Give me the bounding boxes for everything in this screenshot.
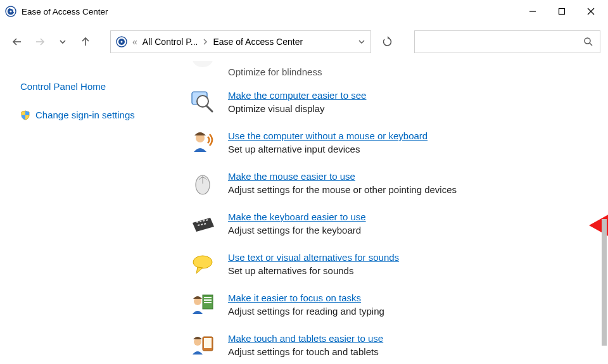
search-input[interactable] <box>421 36 583 47</box>
nav-change-sign-in-settings[interactable]: Change sign-in settings <box>20 110 176 120</box>
client-area: Control Panel Home Change sign-in settin… <box>0 61 608 364</box>
option-item: Use the computer without a mouse or keyb… <box>190 130 608 156</box>
option-link-touch[interactable]: Make touch and tablets easier to use <box>228 333 383 344</box>
focus-person-icon <box>190 292 215 318</box>
svg-rect-31 <box>204 297 212 298</box>
option-desc: Adjust settings for touch and tablets <box>228 346 379 357</box>
search-box[interactable] <box>414 30 600 53</box>
option-desc: Adjust settings for the mouse or other p… <box>228 184 457 195</box>
svg-point-13 <box>585 38 590 44</box>
blindness-icon <box>190 61 215 77</box>
svg-rect-32 <box>204 299 212 301</box>
keyboard-icon <box>190 211 215 237</box>
option-item: Make the keyboard easier to use Adjust s… <box>190 211 608 237</box>
svg-line-14 <box>590 43 592 46</box>
breadcrumb-sep-icon <box>203 38 208 46</box>
svg-rect-36 <box>204 338 212 348</box>
breadcrumb-level1[interactable]: All Control P... <box>142 37 198 47</box>
option-link-sounds[interactable]: Use text or visual alternatives for soun… <box>228 252 399 263</box>
option-link-mouse[interactable]: Make the mouse easier to use <box>228 171 457 182</box>
tablet-person-icon <box>190 333 215 358</box>
svg-point-15 <box>193 61 213 67</box>
scrollbar-thumb[interactable] <box>602 219 607 346</box>
address-app-icon <box>116 36 127 47</box>
option-link-focus[interactable]: Make it easier to focus on tasks <box>228 292 384 303</box>
mouse-icon <box>190 171 215 196</box>
option-item: Make the mouse easier to use Adjust sett… <box>190 171 608 196</box>
option-link-nomouse[interactable]: Use the computer without a mouse or keyb… <box>228 130 428 141</box>
speech-bubble-icon <box>190 252 215 277</box>
forward-button[interactable] <box>30 32 49 51</box>
svg-rect-33 <box>204 302 212 303</box>
address-dropdown-icon[interactable] <box>358 38 365 46</box>
main-content: Optimize for blindness Make the computer… <box>184 61 608 364</box>
option-desc: Adjust settings for reading and typing <box>228 306 384 317</box>
svg-line-18 <box>206 106 212 111</box>
refresh-button[interactable] <box>376 30 399 53</box>
option-link-see[interactable]: Make the computer easier to see <box>228 90 366 101</box>
nav-control-panel-home[interactable]: Control Panel Home <box>20 81 176 92</box>
speaking-person-icon <box>190 130 215 156</box>
option-item: Optimize for blindness <box>190 61 608 77</box>
window-controls <box>518 1 605 22</box>
breadcrumb-level2[interactable]: Ease of Access Center <box>213 37 303 47</box>
option-desc: Set up alternative input devices <box>228 144 360 154</box>
option-desc: Adjust settings for the keyboard <box>228 225 361 235</box>
nav-item-label: Change sign-in settings <box>35 110 135 120</box>
maximize-button[interactable] <box>547 1 576 22</box>
option-item: Make the computer easier to see Optimize… <box>190 90 608 115</box>
breadcrumb-root[interactable]: « <box>132 37 137 47</box>
svg-point-2 <box>10 10 11 12</box>
nav-item-label: Control Panel Home <box>20 81 106 92</box>
app-icon <box>5 6 16 17</box>
recent-locations-button[interactable] <box>53 32 72 51</box>
search-icon[interactable] <box>583 37 593 47</box>
minimize-button[interactable] <box>518 1 547 22</box>
option-item: Use text or visual alternatives for soun… <box>190 252 608 277</box>
option-link-keyboard[interactable]: Make the keyboard easier to use <box>228 211 366 222</box>
toolbar: « All Control P... Ease of Access Center <box>0 23 608 61</box>
window-title: Ease of Access Center <box>22 7 108 16</box>
back-button[interactable] <box>8 32 27 51</box>
svg-point-12 <box>121 41 123 43</box>
address-bar[interactable]: « All Control P... Ease of Access Center <box>110 30 371 53</box>
option-desc: Optimize visual display <box>228 103 325 114</box>
svg-rect-4 <box>559 9 565 15</box>
shield-icon <box>20 110 30 120</box>
svg-point-29 <box>193 256 212 268</box>
option-desc: Set up alternatives for sounds <box>228 265 353 276</box>
vertical-scrollbar[interactable] <box>600 61 608 364</box>
options-list: Optimize for blindness Make the computer… <box>184 61 608 358</box>
left-nav: Control Panel Home Change sign-in settin… <box>0 61 184 364</box>
titlebar: Ease of Access Center <box>0 0 608 23</box>
option-desc: Optimize for blindness <box>228 66 322 77</box>
magnifier-icon <box>190 90 215 115</box>
up-button[interactable] <box>76 32 95 51</box>
close-button[interactable] <box>576 1 605 22</box>
option-item: Make touch and tablets easier to use Adj… <box>190 333 608 358</box>
option-item: Make it easier to focus on tasks Adjust … <box>190 292 608 318</box>
